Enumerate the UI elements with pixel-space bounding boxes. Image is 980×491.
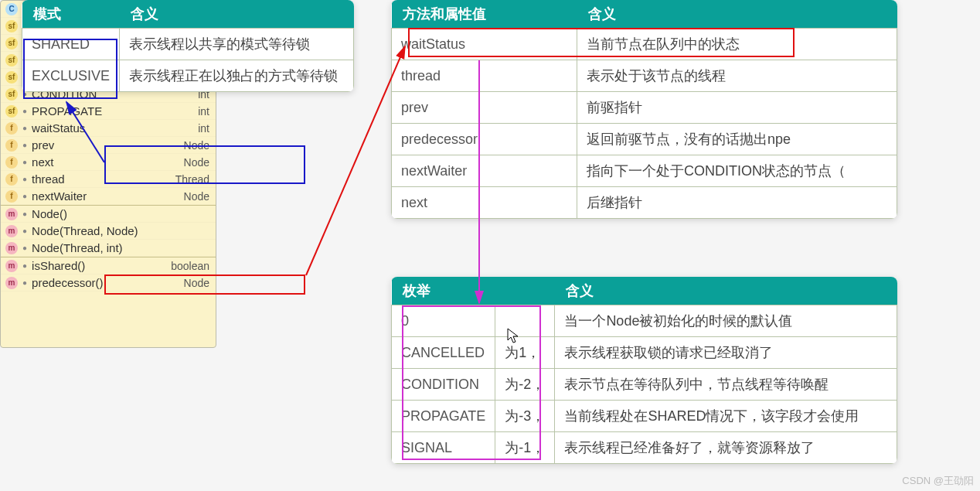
table-row: waitStatus当前节点在队列中的状态 bbox=[392, 29, 897, 60]
table-row: nextWaiter指向下一个处于CONDITION状态的节点（ bbox=[392, 155, 897, 187]
mode-table: 模式 含义 SHARED 表示线程以共享的模式等待锁 EXCLUSIVE 表示线… bbox=[22, 0, 354, 92]
table-row: CANCELLED为1，表示线程获取锁的请求已经取消了 bbox=[392, 337, 897, 369]
enum-table-header-enum: 枚举 bbox=[392, 277, 495, 305]
member-row: f●prevNode bbox=[1, 137, 216, 154]
table-row: predecessor返回前驱节点，没有的话抛出npe bbox=[392, 124, 897, 155]
field-icon: f bbox=[5, 173, 18, 186]
method-row: m●isShared()boolean bbox=[1, 257, 216, 274]
static-field-icon: sf bbox=[5, 54, 18, 66]
table-row: CONDITION为-2，表示节点在等待队列中，节点线程等待唤醒 bbox=[392, 369, 897, 401]
member-row: sf●PROPAGATEint bbox=[1, 103, 216, 120]
method-icon: m bbox=[5, 260, 18, 272]
field-icon: f bbox=[5, 156, 18, 169]
enum-table-card: 枚举 含义 0当一个Node被初始化的时候的默认值 CANCELLED为1，表示… bbox=[391, 277, 897, 464]
method-row: m●Node(Thread, Node) bbox=[1, 223, 216, 240]
field-icon: f bbox=[5, 190, 18, 203]
static-field-icon: sf bbox=[5, 88, 18, 101]
mode-table-header-meaning: 含义 bbox=[120, 0, 354, 29]
static-field-icon: sf bbox=[5, 71, 18, 84]
method-row: m●Node(Thread, int) bbox=[1, 240, 216, 257]
table-row: SHARED 表示线程以共享的模式等待锁 bbox=[22, 29, 354, 60]
watermark: CSDN @王劭阳 bbox=[902, 474, 974, 488]
member-row: f●threadThread bbox=[1, 171, 216, 188]
static-field-icon: sf bbox=[5, 20, 18, 32]
table-row: 0当一个Node被初始化的时候的默认值 bbox=[392, 305, 897, 337]
mode-table-card: 模式 含义 SHARED 表示线程以共享的模式等待锁 EXCLUSIVE 表示线… bbox=[22, 0, 354, 92]
method-icon: m bbox=[5, 208, 18, 220]
enum-table-header-meaning: 含义 bbox=[555, 277, 897, 305]
table-row: SIGNAL为-1，表示线程已经准备好了，就等资源释放了 bbox=[392, 432, 897, 464]
field-icon: f bbox=[5, 139, 18, 152]
static-field-icon: sf bbox=[5, 37, 18, 49]
enum-table-header-spacer bbox=[495, 277, 555, 305]
attr-table-card: 方法和属性值 含义 waitStatus当前节点在队列中的状态 thread表示… bbox=[391, 0, 897, 219]
member-row: f●nextNode bbox=[1, 154, 216, 171]
table-row: prev前驱指针 bbox=[392, 92, 897, 124]
member-row: f●waitStatusint bbox=[1, 120, 216, 137]
enum-table: 枚举 含义 0当一个Node被初始化的时候的默认值 CANCELLED为1，表示… bbox=[391, 277, 897, 464]
method-row: m●Node() bbox=[1, 206, 216, 223]
table-row: PROPAGATE为-3，当前线程处在SHARED情况下，该字段才会使用 bbox=[392, 401, 897, 432]
method-row: m●predecessor()Node bbox=[1, 274, 216, 292]
method-icon: m bbox=[5, 277, 18, 289]
mode-table-header-mode: 模式 bbox=[22, 0, 120, 29]
attr-table: 方法和属性值 含义 waitStatus当前节点在队列中的状态 thread表示… bbox=[391, 0, 897, 219]
field-icon: f bbox=[5, 122, 18, 135]
table-row: EXCLUSIVE 表示线程正在以独占的方式等待锁 bbox=[22, 60, 354, 92]
method-icon: m bbox=[5, 225, 18, 237]
method-icon: m bbox=[5, 242, 18, 254]
table-row: next后继指针 bbox=[392, 187, 897, 219]
table-row: thread表示处于该节点的线程 bbox=[392, 60, 897, 92]
attr-table-header-meaning: 含义 bbox=[577, 0, 897, 29]
class-icon: C bbox=[5, 3, 18, 15]
member-row: f●nextWaiterNode bbox=[1, 188, 216, 205]
attr-table-header-name: 方法和属性值 bbox=[392, 0, 577, 29]
static-field-icon: sf bbox=[5, 105, 18, 118]
